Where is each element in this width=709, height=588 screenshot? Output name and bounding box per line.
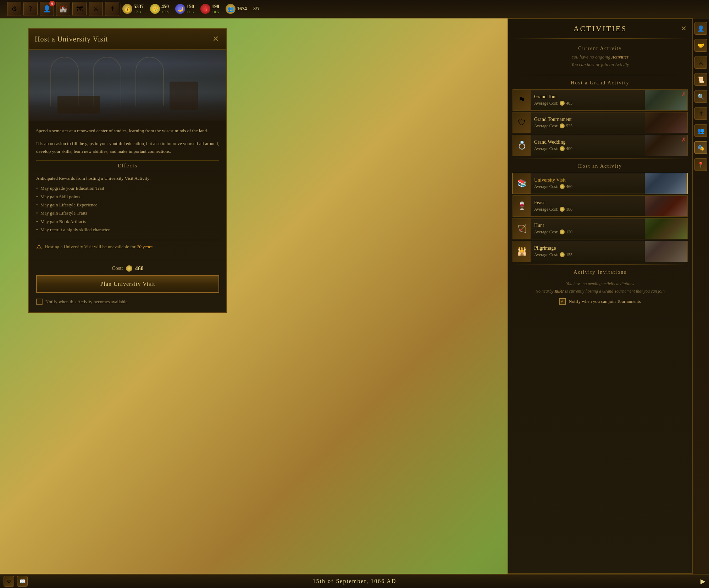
effect-item-2: May gain Skill points xyxy=(36,193,219,201)
gold-coin-icon xyxy=(560,101,565,106)
chair-shape xyxy=(170,82,198,110)
gold-coin-icon xyxy=(560,146,565,151)
realm-icon[interactable]: 🏰 xyxy=(56,2,70,16)
cost-text: Average Cost: xyxy=(534,184,558,189)
effect-item-3: May gain Lifestyle Experience xyxy=(36,201,219,209)
pilgrimage-cost-value: 155 xyxy=(566,252,572,257)
no-tournament-ruler: Ruler xyxy=(554,289,564,294)
intrigue-side-icon[interactable]: 🔍 xyxy=(694,90,707,103)
council-side-icon[interactable]: 👥 xyxy=(694,124,707,137)
health-values: 198 +0.5 xyxy=(212,4,219,14)
university-cost-value: 460 xyxy=(566,184,572,189)
pilgrimage-item[interactable]: 🕌 Pilgrimage Average Cost: 155 xyxy=(513,241,688,262)
notify-tournament-checkbox[interactable]: ✓ xyxy=(559,298,566,305)
steward-side-icon[interactable]: 📜 xyxy=(694,73,707,86)
side-icon-bar: 👤 🤝 ⚔ 📜 🔍 ✝ 👥 🎭 📍 xyxy=(692,18,709,574)
divider xyxy=(121,4,121,14)
hunt-cost: Average Cost: 120 xyxy=(534,229,641,235)
menu-icon[interactable]: ⚙ xyxy=(7,2,21,16)
invitations-section: You have no pending activity invitations… xyxy=(508,277,692,309)
plan-university-visit-button[interactable]: Plan University Visit xyxy=(36,275,219,293)
grand-wedding-cost-value: 400 xyxy=(566,146,572,151)
hunt-icon: 🏹 xyxy=(513,218,531,239)
modal-description-1: Spend a semester at a renowned center of… xyxy=(36,127,219,135)
effects-header: Effects xyxy=(36,160,219,171)
grand-wedding-thumbnail: ✗ xyxy=(645,135,687,156)
piety-amount: 150 xyxy=(187,4,194,10)
cost-text: Average Cost: xyxy=(534,146,558,151)
prestige-values: 450 +0.6 xyxy=(161,4,169,14)
divider-2 xyxy=(513,75,688,75)
feast-cost-value: 180 xyxy=(566,207,572,212)
grand-wedding-cost: Average Cost: 400 xyxy=(534,146,641,151)
activity-side-icon[interactable]: 🎭 xyxy=(694,141,707,154)
grand-wedding-name: Grand Wedding xyxy=(534,139,641,145)
grand-tour-thumbnail: ✗ xyxy=(645,89,687,111)
no-activity-line1: You have no ongoing xyxy=(572,54,610,60)
cost-text: Average Cost: xyxy=(534,207,558,212)
pilgrimage-info: Pilgrimage Average Cost: 155 xyxy=(531,243,645,260)
grand-wedding-item[interactable]: 💍 Grand Wedding Average Cost: 400 ✗ xyxy=(513,135,688,156)
help-icon[interactable]: ? xyxy=(23,2,38,16)
pilgrimage-cost: Average Cost: 155 xyxy=(534,252,641,257)
prestige-resource: 👑 450 +0.6 xyxy=(150,4,169,14)
faith-icon[interactable]: ✝ xyxy=(105,2,119,16)
slots-resource: 3/7 xyxy=(253,6,260,12)
prestige-amount: 450 xyxy=(161,4,169,10)
no-activity-highlight: Activities xyxy=(611,54,628,60)
warning-row: ⚠ Hosting a University Visit will be una… xyxy=(36,240,219,254)
grand-wedding-info: Grand Wedding Average Cost: 400 xyxy=(531,137,645,154)
divider-1 xyxy=(513,38,688,39)
checkbox-check: ✓ xyxy=(560,298,565,304)
grand-tour-icon: ⚑ xyxy=(513,89,531,111)
cost-text: Average Cost: xyxy=(534,229,558,235)
hunt-item[interactable]: 🏹 Hunt Average Cost: 120 xyxy=(513,218,688,239)
hunt-name: Hunt xyxy=(534,223,641,228)
university-visit-modal: Host a University Visit ✕ Spend a semest… xyxy=(28,28,227,313)
cost-text: Average Cost: xyxy=(534,123,558,129)
prestige-delta: +0.6 xyxy=(161,10,169,14)
university-visit-item[interactable]: 📚 University Visit Average Cost: 460 xyxy=(513,173,688,194)
cost-label: Cost: xyxy=(112,265,123,271)
effect-item-1: May upgrade your Education Trait xyxy=(36,184,219,192)
grand-tournament-name: Grand Tournament xyxy=(534,117,641,122)
modal-body: Spend a semester at a renowned center of… xyxy=(29,121,226,260)
grand-tournament-item[interactable]: 🛡 Grand Tournament Average Cost: 525 xyxy=(513,112,688,133)
modal-header: Host a University Visit ✕ xyxy=(29,29,226,50)
university-icon: 📚 xyxy=(513,173,531,194)
military-icon[interactable]: ⚔ xyxy=(89,2,103,16)
character-side-icon[interactable]: 👤 xyxy=(694,22,707,35)
map-icon[interactable]: 🗺 xyxy=(72,2,87,16)
advance-time-button[interactable]: ▶ xyxy=(700,577,705,585)
activities-panel-close[interactable]: ✕ xyxy=(679,24,688,33)
piety-icon: 🌙 xyxy=(175,4,185,14)
warning-icon: ⚠ xyxy=(36,243,42,251)
warning-text-main: Hosting a University Visit will be unava… xyxy=(45,244,135,249)
cost-row: Cost: 460 xyxy=(29,260,226,275)
game-date: 15th of September, 1066 AD xyxy=(313,578,397,584)
bottom-icons: ⚙ 📖 xyxy=(4,576,28,587)
piety-values: 150 +1.3 xyxy=(187,4,194,14)
modal-title: Host a University Visit xyxy=(35,35,108,43)
settings-bottom-icon[interactable]: ⚙ xyxy=(4,576,14,587)
map-markers-icon[interactable]: 📍 xyxy=(694,158,707,171)
grand-tour-item[interactable]: ⚑ Grand Tour Average Cost: 405 ✗ xyxy=(513,89,688,111)
feast-item[interactable]: 🍷 Feast Average Cost: 180 xyxy=(513,195,688,217)
notify-availability-label: Notify when this Activity becomes availa… xyxy=(45,299,127,305)
gold-values: 5337 +7.3 xyxy=(134,4,144,14)
military-side-icon[interactable]: ⚔ xyxy=(694,56,707,69)
diplomacy-side-icon[interactable]: 🤝 xyxy=(694,39,707,52)
char-icon[interactable]: 9 👤 xyxy=(40,2,54,16)
grand-tournament-thumbnail xyxy=(645,112,687,133)
pilgrimage-icon: 🕌 xyxy=(513,241,531,262)
notify-availability-checkbox[interactable] xyxy=(36,299,43,305)
modal-close-button[interactable]: ✕ xyxy=(211,34,221,44)
no-activity-line2: You can host or join an Activity xyxy=(571,62,629,67)
no-tournament-line1: No nearby xyxy=(536,289,553,294)
dynasty-amount: 1674 xyxy=(237,6,247,12)
faith-side-icon[interactable]: ✝ xyxy=(694,107,707,120)
university-info: University Visit Average Cost: 460 xyxy=(531,175,645,192)
book-bottom-icon[interactable]: 📖 xyxy=(17,576,28,587)
dynasty-icon: 👥 xyxy=(226,4,236,14)
warning-text: Hosting a University Visit will be unava… xyxy=(45,244,153,250)
